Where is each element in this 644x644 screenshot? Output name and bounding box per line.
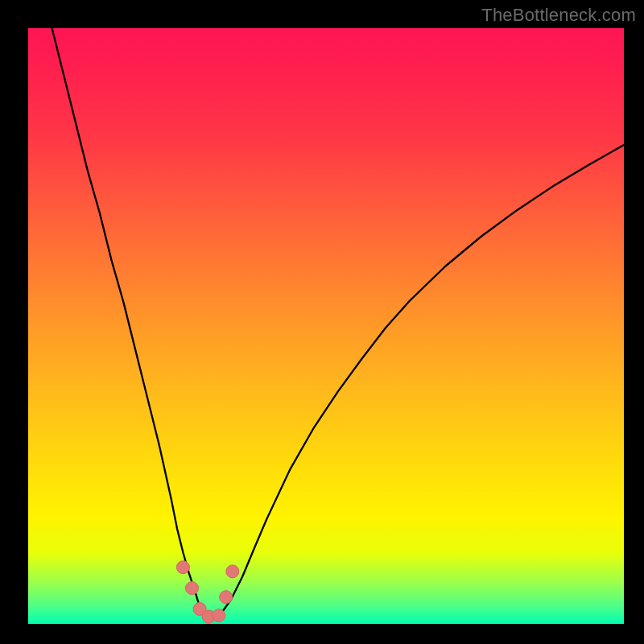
plot-area (28, 28, 624, 624)
curve-markers (176, 561, 238, 623)
curve-marker (176, 561, 189, 574)
curve-marker (213, 609, 225, 622)
watermark-text: TheBottleneck.com (481, 5, 636, 26)
curve-marker (220, 591, 233, 604)
curve-marker (226, 565, 239, 578)
chart-frame: TheBottleneck.com (0, 0, 644, 644)
curve-svg (28, 28, 624, 624)
curve-marker (186, 582, 199, 595)
bottleneck-curve (52, 28, 624, 617)
